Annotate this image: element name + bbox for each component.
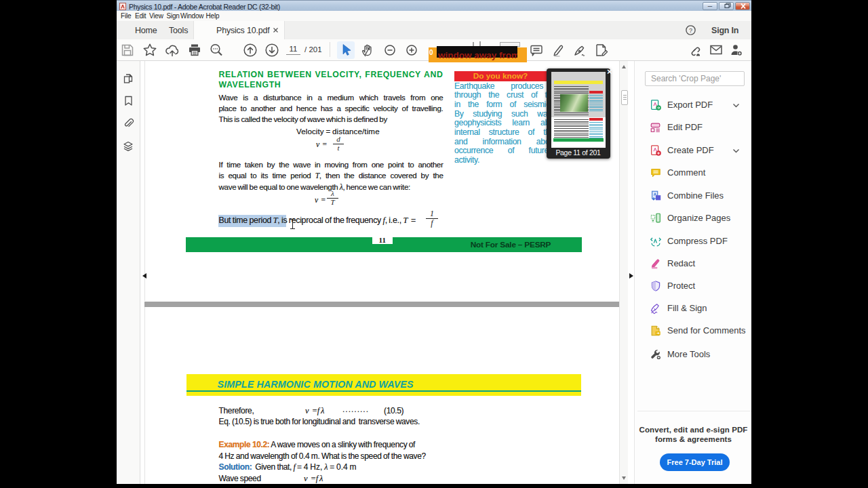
svg-text:?: ? <box>689 27 692 34</box>
